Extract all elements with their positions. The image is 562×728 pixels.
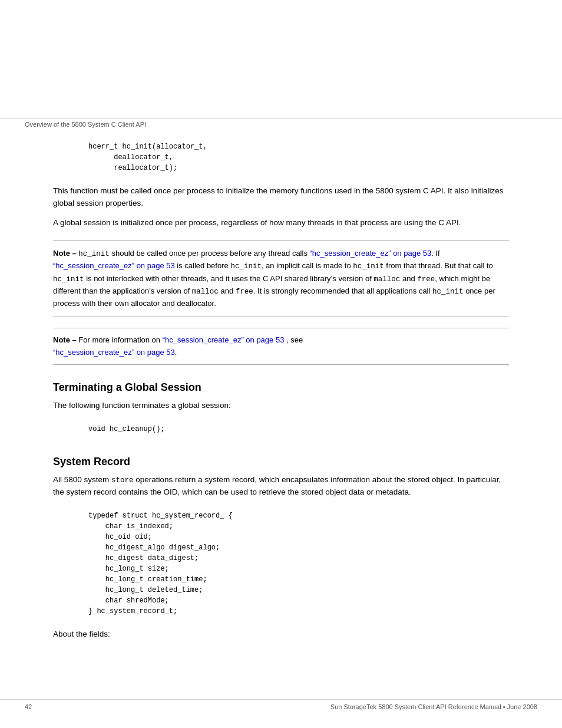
note-1-mono-7: free (236, 288, 253, 296)
note-1-content: Note – hc_init should be called once per… (53, 248, 509, 310)
note-2-link-1[interactable]: “hc_session_create_ez” on page 53 (163, 335, 285, 344)
note-1-mono-1: hc_init (230, 262, 262, 271)
note-2-content: Note – For more information on “hc_sessi… (53, 334, 509, 358)
note-2-text-end: . (175, 348, 177, 357)
note-1-mono-2: hc_init (353, 262, 384, 271)
note-1-link-2[interactable]: “hc_session_create_ez” on page 53 (53, 261, 175, 270)
note-1-text-5: from that thread. But that call to (384, 261, 493, 270)
section-heading-terminating: Terminating a Global Session (53, 381, 509, 394)
note-1-mono-6: malloc (192, 288, 219, 296)
note-1-mono-8: hc_init (432, 288, 464, 296)
content: hcerr_t hc_init(allocator_t, deallocator… (0, 0, 562, 683)
note-box-1: Note – hc_init should be called once per… (53, 240, 509, 318)
note-1-text-3: is called before (175, 261, 231, 270)
note-1-text-9: and (219, 286, 236, 295)
header-text: Overview of the 5800 System C Client API (0, 121, 562, 128)
code-block-cleanup: void hc_cleanup(); (53, 419, 509, 439)
footer: 42 Sun StorageTek 5800 System Client API… (0, 699, 562, 710)
note-2-link-2[interactable]: “hc_session_create_ez” on page 53 (53, 348, 175, 357)
page: Overview of the 5800 System C Client API… (0, 0, 562, 728)
paragraph-init-2: A global session is initialized once per… (53, 217, 509, 229)
note-1-text-4: , an implicit call is made to (262, 261, 353, 270)
note-1-mono-3: hc_init (53, 275, 84, 284)
note-1-label: Note – (53, 249, 78, 258)
note-1-text-10: . It is strongly recommended that all ap… (253, 286, 432, 295)
note-1-text-7: and (400, 274, 417, 283)
code-block-struct: typedef struct hc_system_record_ { char … (53, 506, 509, 621)
note-1-link-1[interactable]: “hc_session_create_ez” on page 53 (310, 249, 432, 258)
note-1-text-1: should be called once per process before… (110, 249, 310, 258)
note-2-text-2: , see (284, 335, 303, 344)
note-1-mono-5: free (417, 275, 435, 284)
system-record-body: All 5800 system store operations return … (53, 474, 509, 499)
header-bar: Overview of the 5800 System C Client API (0, 118, 562, 128)
section-heading-system-record: System Record (53, 456, 509, 468)
note-1-text-6: is not interlocked with other threads, a… (84, 274, 374, 283)
paragraph-init-1: This function must be called once per pr… (53, 185, 509, 210)
footer-page-number: 42 (25, 703, 32, 710)
note-1-mono-4: malloc (373, 275, 400, 284)
about-fields: About the fields: (53, 628, 509, 641)
note-1-hcinit-1: hc_init (78, 250, 110, 258)
note-1-text-2: . If (431, 249, 439, 258)
code-block-init: hcerr_t hc_init(allocator_t, deallocator… (53, 137, 509, 178)
note-2-text-1: For more information on (78, 335, 162, 344)
terminating-body: The following function terminates a glob… (53, 400, 509, 412)
footer-title: Sun StorageTek 5800 System Client API Re… (330, 703, 537, 710)
store-mono: store (111, 476, 134, 485)
note-box-2: Note – For more information on “hc_sessi… (53, 328, 509, 364)
note-2-label: Note – (53, 335, 78, 344)
